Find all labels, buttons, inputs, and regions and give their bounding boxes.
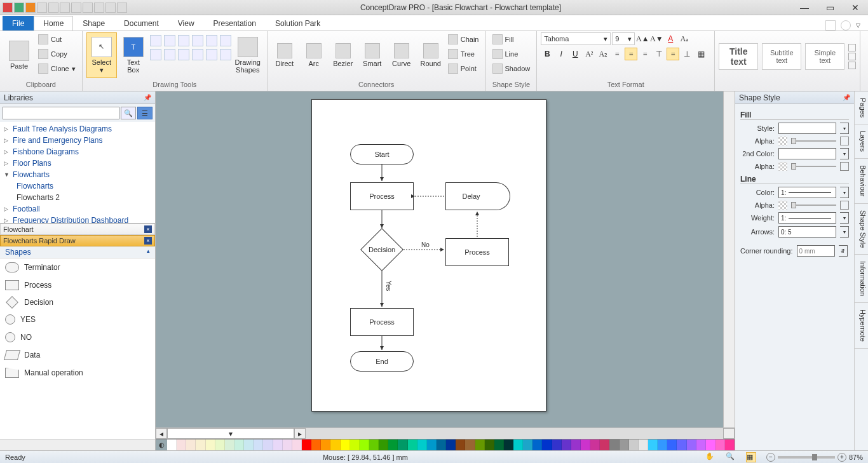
color-swatch[interactable] [639, 440, 648, 450]
arc-button[interactable]: Arc [301, 32, 327, 78]
valign-middle-button[interactable]: ≡ [667, 48, 679, 60]
tab-behaviour[interactable]: Behaviour [855, 159, 868, 204]
qat-item[interactable] [37, 3, 47, 13]
close-button[interactable]: ✕ [843, 1, 868, 15]
primitive-icon[interactable] [178, 49, 189, 60]
clear-format-icon[interactable]: Aₐ [678, 32, 691, 45]
tab-document[interactable]: Document [114, 16, 168, 30]
library-tab-flowchart[interactable]: Flowchart× [0, 224, 155, 235]
search-input[interactable] [3, 107, 119, 119]
color-swatch[interactable] [206, 440, 215, 450]
color-swatch[interactable] [465, 440, 475, 450]
fill-button[interactable]: Fill [490, 32, 533, 46]
maximize-button[interactable]: ▭ [817, 1, 843, 15]
color-swatch[interactable] [234, 440, 244, 450]
node-end[interactable]: End [350, 351, 414, 372]
color-swatch[interactable] [196, 440, 205, 450]
zoom-out-button[interactable]: − [766, 453, 775, 462]
dropdown-icon[interactable]: ▾ [840, 148, 849, 159]
align-right-button[interactable]: ≡ [639, 48, 651, 60]
color-swatch[interactable] [215, 440, 225, 450]
valign-bottom-button[interactable]: ⊥ [681, 48, 693, 60]
stepper-icon[interactable]: ⇵ [839, 245, 848, 257]
color-swatch[interactable] [532, 440, 542, 450]
color-swatch[interactable] [571, 440, 581, 450]
fill-style-select[interactable] [778, 123, 836, 134]
font-size-select[interactable]: 9▾ [612, 32, 635, 45]
align-center-button[interactable]: ≡ [625, 48, 637, 60]
pin-icon[interactable]: 📌 [843, 94, 850, 101]
alpha2-slider[interactable] [791, 162, 836, 171]
shadow-button[interactable]: Shadow [490, 62, 533, 76]
clone-button[interactable]: Clone ▾ [36, 62, 78, 76]
color-swatch[interactable] [177, 440, 186, 450]
color-swatch[interactable] [456, 440, 465, 450]
bold-button[interactable]: B [541, 48, 553, 60]
tab-scroll-right[interactable]: ▸ [294, 428, 306, 439]
tab-hypernote[interactable]: Hypernote [855, 303, 868, 349]
line-weight-select[interactable]: 1: [778, 212, 836, 224]
corner-rounding-input[interactable]: 0 mm [797, 245, 835, 257]
tree-item[interactable]: Flowcharts [4, 180, 151, 192]
qat-item[interactable] [14, 3, 24, 13]
cut-button[interactable]: Cut [36, 32, 78, 46]
color-swatch[interactable] [186, 440, 196, 450]
paste-button[interactable]: Paste [4, 32, 34, 78]
color-swatch[interactable] [620, 440, 629, 450]
qat-item[interactable] [60, 3, 70, 13]
color-swatch[interactable] [475, 440, 485, 450]
shape-item-manual[interactable]: Manual operation [0, 364, 155, 382]
textbox-button[interactable]: TText Box [118, 32, 149, 78]
color-swatch[interactable] [581, 440, 590, 450]
primitive-icon[interactable] [206, 35, 217, 46]
primitive-icon[interactable] [192, 49, 203, 60]
italic-button[interactable]: I [555, 48, 567, 60]
zoom-tool-icon[interactable]: 🔍 [726, 452, 736, 462]
style-simple[interactable]: Simple text [805, 43, 844, 70]
color-swatch[interactable] [667, 440, 677, 450]
color-swatch[interactable] [360, 440, 369, 450]
color-swatch[interactable] [609, 440, 619, 450]
zoom-slider[interactable] [778, 456, 835, 459]
resize-grip[interactable] [723, 428, 735, 439]
node-process2[interactable]: Process [445, 238, 509, 266]
color-swatch[interactable] [330, 440, 340, 450]
subscript-button[interactable]: A₂ [597, 48, 609, 60]
library-tree[interactable]: ▷Fault Tree Analysis Diagrams ▷Fire and … [0, 122, 155, 224]
palette-options-icon[interactable]: ◐ [156, 440, 167, 450]
collapse-icon[interactable]: ▴ [147, 248, 150, 257]
collapse-ribbon-icon[interactable]: ▽ [856, 22, 860, 29]
style-title[interactable]: Title text [719, 43, 758, 70]
align-left-button[interactable]: ≡ [611, 48, 623, 60]
qat-item[interactable] [105, 3, 116, 13]
tree-item[interactable]: Flowcharts 2 [4, 192, 151, 203]
primitive-icon[interactable] [178, 35, 189, 46]
tab-shape[interactable]: Shape [73, 16, 114, 30]
shape-item-data[interactable]: Data [0, 346, 155, 364]
color-swatch[interactable] [167, 440, 177, 450]
page[interactable]: Start Process Delay Decision Process Pro… [311, 99, 546, 412]
chain-button[interactable]: Chain [445, 32, 482, 46]
arrows-select[interactable]: 0: 5 [778, 226, 836, 238]
dropdown-icon[interactable]: ▾ [840, 212, 849, 224]
qat-item[interactable] [83, 3, 93, 13]
color-swatch[interactable] [513, 440, 523, 450]
close-icon[interactable]: × [144, 225, 152, 233]
color-swatch[interactable] [292, 440, 302, 450]
line-color-select[interactable]: 1: [778, 187, 836, 198]
pin-icon[interactable]: 📌 [144, 94, 151, 101]
primitive-icon[interactable] [150, 49, 161, 60]
color-swatch[interactable] [398, 440, 407, 450]
color-swatch[interactable] [369, 440, 379, 450]
primitive-icon[interactable] [192, 35, 203, 46]
color-swatch[interactable] [437, 440, 446, 450]
library-tab-rapiddraw[interactable]: Flowcharts Rapid Draw× [0, 235, 155, 246]
color-swatch[interactable] [590, 440, 600, 450]
minimize-button[interactable]: — [792, 1, 817, 15]
tab-view[interactable]: View [168, 16, 204, 30]
tree-item[interactable]: ▷Fishbone Diagrams [4, 146, 151, 158]
styles-more-icon[interactable] [848, 62, 856, 69]
tree-item-expanded[interactable]: ▼Flowcharts [4, 169, 151, 180]
left-hscroll[interactable] [0, 439, 155, 450]
color-swatch[interactable] [417, 440, 427, 450]
